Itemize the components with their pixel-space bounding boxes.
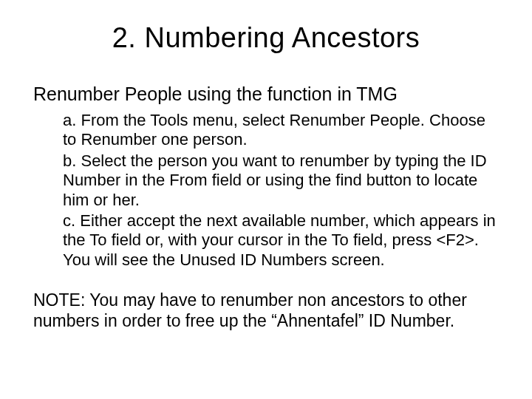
step-c: c. Either accept the next available numb… — [63, 211, 499, 270]
note-text: NOTE: You may have to renumber non ances… — [33, 290, 499, 331]
step-b: b. Select the person you want to renumbe… — [63, 151, 499, 210]
step-a: a. From the Tools menu, select Renumber … — [63, 111, 499, 150]
slide-title: 2. Numbering Ancestors — [33, 22, 499, 54]
section-heading: Renumber People using the function in TM… — [33, 83, 499, 105]
steps-list: a. From the Tools menu, select Renumber … — [33, 111, 499, 270]
